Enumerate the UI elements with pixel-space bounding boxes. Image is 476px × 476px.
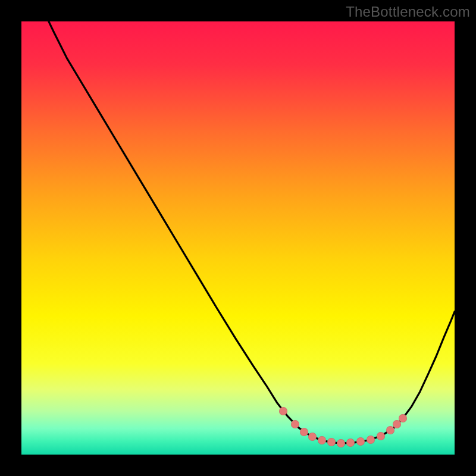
chart-frame: TheBottleneck.com — [0, 0, 476, 476]
dot-marker — [327, 438, 336, 446]
dot-marker — [279, 407, 287, 415]
dot-marker — [337, 439, 345, 447]
dot-marker — [399, 414, 407, 422]
plot-area — [21, 21, 455, 455]
dot-marker — [377, 432, 385, 440]
dot-marker — [356, 437, 365, 446]
dot-marker — [308, 433, 317, 441]
dot-marker — [300, 428, 308, 436]
dot-marker — [367, 436, 375, 444]
dot-marker — [346, 439, 355, 447]
dot-marker — [318, 436, 326, 444]
watermark-label: TheBottleneck.com — [346, 4, 470, 20]
bottleneck-curve — [21, 21, 455, 455]
dot-marker — [291, 420, 299, 428]
